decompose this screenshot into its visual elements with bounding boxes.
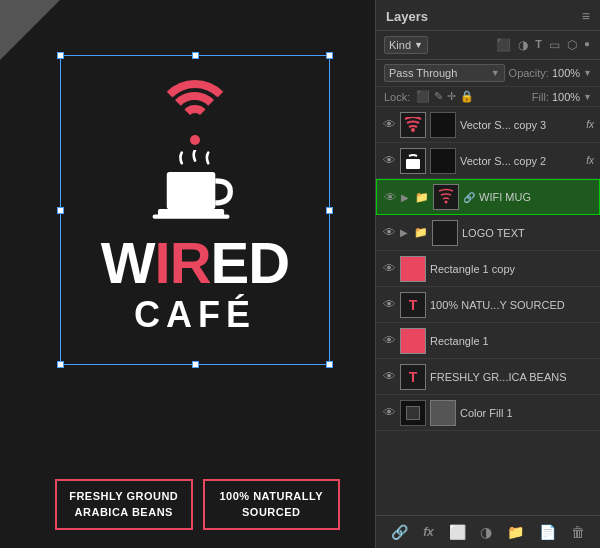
new-group-icon[interactable]: 📁 bbox=[503, 522, 528, 542]
lock-position-icon[interactable]: ✛ bbox=[447, 90, 456, 103]
layer-name: Color Fill 1 bbox=[460, 407, 594, 419]
cup-svg bbox=[150, 150, 240, 225]
search-bar: Kind ▼ ⬛ ◑ T ▭ ⬡ ● bbox=[376, 31, 600, 60]
fill-control: Fill: 100% ▼ bbox=[532, 91, 592, 103]
layer-name: 100% NATU...Y SOURCED bbox=[430, 299, 594, 311]
handle-tc[interactable] bbox=[192, 52, 199, 59]
layer-name: Vector S... copy 2 bbox=[460, 155, 582, 167]
fill-value[interactable]: 100% bbox=[552, 91, 580, 103]
kind-dropdown[interactable]: Kind ▼ bbox=[384, 36, 428, 54]
blend-mode-label: Pass Through bbox=[389, 67, 457, 79]
expand-arrow[interactable]: ▶ bbox=[401, 192, 409, 203]
expand-arrow[interactable]: ▶ bbox=[400, 227, 408, 238]
filter-text-icon[interactable]: T bbox=[533, 37, 544, 53]
filter-shape-icon[interactable]: ▭ bbox=[547, 37, 562, 53]
search-filter-icons: ⬛ ◑ T ▭ ⬡ ● bbox=[494, 37, 592, 53]
kind-label: Kind bbox=[389, 39, 411, 51]
wifi-dot bbox=[190, 135, 200, 145]
svg-point-5 bbox=[445, 201, 448, 204]
visibility-icon[interactable]: 👁 bbox=[383, 190, 397, 205]
layer-item-rect-copy[interactable]: 👁 Rectangle 1 copy bbox=[376, 251, 600, 287]
blend-mode-row: Pass Through ▼ Opacity: 100% ▼ bbox=[376, 60, 600, 87]
fill-label: Fill: bbox=[532, 91, 549, 103]
svg-rect-2 bbox=[153, 214, 230, 218]
add-fx-icon[interactable]: fx bbox=[419, 523, 438, 541]
panel-menu-icon[interactable]: ≡ bbox=[582, 8, 590, 24]
svg-point-3 bbox=[411, 128, 415, 132]
badge-natural: 100% NATURALLY SOURCED bbox=[203, 479, 341, 530]
layer-thumbnail: T bbox=[400, 292, 426, 318]
lock-label: Lock: bbox=[384, 91, 410, 103]
layer-thumbnail bbox=[400, 256, 426, 282]
layers-bottom-toolbar: 🔗 fx ⬜ ◑ 📁 📄 🗑 bbox=[376, 515, 600, 548]
delete-layer-icon[interactable]: 🗑 bbox=[567, 522, 589, 542]
lock-row: Lock: ⬛ ✎ ✛ 🔒 Fill: 100% ▼ bbox=[376, 87, 600, 107]
new-layer-icon[interactable]: 📄 bbox=[535, 522, 560, 542]
handle-br[interactable] bbox=[326, 361, 333, 368]
visibility-icon[interactable]: 👁 bbox=[382, 333, 396, 348]
layer-name: Vector S... copy 3 bbox=[460, 119, 582, 131]
filter-adjust-icon[interactable]: ◑ bbox=[516, 37, 530, 53]
visibility-icon[interactable]: 👁 bbox=[382, 261, 396, 276]
layer-mask-thumbnail bbox=[430, 148, 456, 174]
layers-list: 👁 Vector S... copy 3 fx 👁 Vector S... co… bbox=[376, 107, 600, 515]
coffee-cup bbox=[150, 150, 240, 229]
lock-pixel-icon[interactable]: ⬛ bbox=[416, 90, 430, 103]
panel-header: Layers ≡ bbox=[376, 0, 600, 31]
visibility-icon[interactable]: 👁 bbox=[382, 153, 396, 168]
link-layers-icon[interactable]: 🔗 bbox=[387, 522, 412, 542]
layer-item[interactable]: 👁 Vector S... copy 2 fx bbox=[376, 143, 600, 179]
handle-mr[interactable] bbox=[326, 207, 333, 214]
layer-item-text-freshly[interactable]: 👁 T FRESHLY GR...ICA BEANS bbox=[376, 359, 600, 395]
layer-thumbnail bbox=[400, 400, 426, 426]
handle-ml[interactable] bbox=[57, 207, 64, 214]
layer-item-color-fill[interactable]: 👁 Color Fill 1 bbox=[376, 395, 600, 431]
visibility-icon[interactable]: 👁 bbox=[382, 225, 396, 240]
lock-draw-icon[interactable]: ✎ bbox=[434, 90, 443, 103]
filter-dot-icon[interactable]: ● bbox=[582, 37, 592, 53]
layers-panel: Layers ≡ Kind ▼ ⬛ ◑ T ▭ ⬡ ● Pass Through… bbox=[375, 0, 600, 548]
logo-content: WIRED CAFÉ bbox=[65, 60, 325, 336]
layer-item-rect1[interactable]: 👁 Rectangle 1 bbox=[376, 323, 600, 359]
layer-name: FRESHLY GR...ICA BEANS bbox=[430, 371, 594, 383]
layer-thumbnail bbox=[400, 148, 426, 174]
opacity-chevron: ▼ bbox=[583, 68, 592, 78]
handle-tr[interactable] bbox=[326, 52, 333, 59]
wired-text: WIRED bbox=[101, 234, 289, 292]
chain-icon: 🔗 bbox=[463, 192, 475, 203]
add-mask-icon[interactable]: ⬜ bbox=[445, 522, 470, 542]
layer-item-wifi-mug[interactable]: 👁 ▶ 📁 🔗 WIFI MUG bbox=[376, 179, 600, 215]
filter-pixel-icon[interactable]: ⬛ bbox=[494, 37, 513, 53]
layer-name: WIFI MUG bbox=[479, 191, 593, 203]
filter-smart-icon[interactable]: ⬡ bbox=[565, 37, 579, 53]
kind-chevron: ▼ bbox=[414, 40, 423, 50]
handle-bl[interactable] bbox=[57, 361, 64, 368]
fx-badge: fx bbox=[586, 119, 594, 130]
visibility-icon[interactable]: 👁 bbox=[382, 405, 396, 420]
panel-title: Layers bbox=[386, 9, 428, 24]
adjustment-layer-icon[interactable]: ◑ bbox=[476, 522, 496, 542]
layer-name: Rectangle 1 copy bbox=[430, 263, 594, 275]
layer-item[interactable]: 👁 Vector S... copy 3 fx bbox=[376, 107, 600, 143]
wifi-symbol bbox=[150, 80, 240, 145]
visibility-icon[interactable]: 👁 bbox=[382, 117, 396, 132]
visibility-icon[interactable]: 👁 bbox=[382, 297, 396, 312]
handle-bc[interactable] bbox=[192, 361, 199, 368]
opacity-value[interactable]: 100% bbox=[552, 67, 580, 79]
lock-all-icon[interactable]: 🔒 bbox=[460, 90, 474, 103]
layer-thumbnail bbox=[400, 112, 426, 138]
canvas-area: WIRED CAFÉ FRESHLY GROUND ARABICA BEANS … bbox=[0, 0, 375, 548]
layer-item-text-100[interactable]: 👁 T 100% NATU...Y SOURCED bbox=[376, 287, 600, 323]
wifi-arc-small bbox=[180, 105, 210, 135]
layer-name: LOGO TEXT bbox=[462, 227, 594, 239]
group-icon: 📁 bbox=[414, 226, 428, 239]
handle-tl[interactable] bbox=[57, 52, 64, 59]
fill-chevron: ▼ bbox=[583, 92, 592, 102]
badges-container: FRESHLY GROUND ARABICA BEANS 100% NATURA… bbox=[55, 479, 340, 530]
layer-mask-thumbnail bbox=[430, 112, 456, 138]
blend-mode-dropdown[interactable]: Pass Through ▼ bbox=[384, 64, 505, 82]
layer-item-logo-text[interactable]: 👁 ▶ 📁 LOGO TEXT bbox=[376, 215, 600, 251]
visibility-icon[interactable]: 👁 bbox=[382, 369, 396, 384]
badge-arabica: FRESHLY GROUND ARABICA BEANS bbox=[55, 479, 193, 530]
svg-rect-4 bbox=[406, 159, 420, 169]
